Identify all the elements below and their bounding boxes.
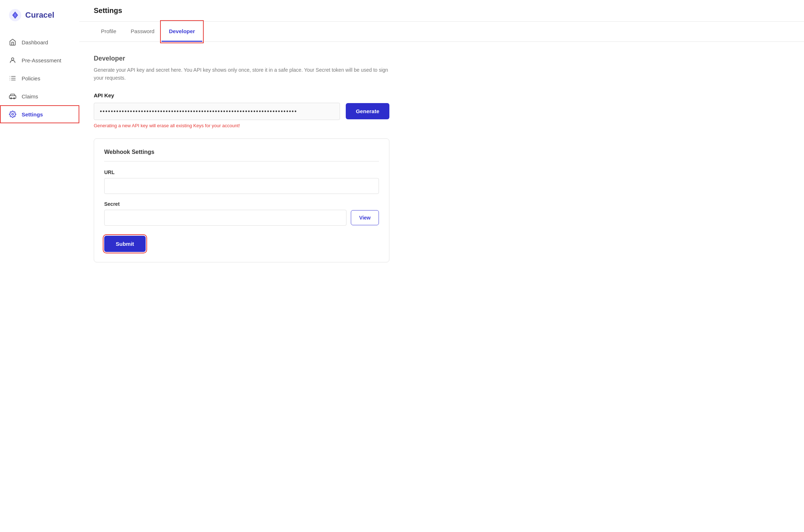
curacel-logo-icon [9,9,22,22]
gear-icon [9,110,17,118]
svg-point-1 [12,58,14,60]
tab-profile[interactable]: Profile [94,22,124,42]
logo: Curacel [0,9,79,33]
developer-desc: Generate your API key and secret here. Y… [94,66,389,82]
secret-field-group: Secret View [104,201,379,226]
secret-input[interactable] [104,210,346,226]
home-icon [9,38,17,46]
user-circle-icon [9,56,17,64]
sidebar-item-policies[interactable]: Policies [0,69,79,87]
url-input[interactable] [104,178,379,194]
secret-row: View [104,210,379,226]
svg-point-11 [12,114,14,115]
secret-label: Secret [104,201,379,207]
api-key-label: API Key [94,92,389,98]
generate-button[interactable]: Generate [346,103,389,119]
sidebar-item-settings[interactable]: Settings [0,105,79,123]
developer-section: Developer Generate your API key and secr… [79,42,404,275]
sidebar-label-pre-assessment: Pre-Assessment [22,57,61,63]
webhook-settings-box: Webhook Settings URL Secret View Submit [94,138,389,262]
url-field-group: URL [104,169,379,194]
list-icon [9,74,17,82]
webhook-title: Webhook Settings [104,149,379,161]
submit-button[interactable]: Submit [104,236,146,252]
api-key-input[interactable] [94,103,340,120]
sidebar-item-claims[interactable]: Claims [0,87,79,105]
tab-password[interactable]: Password [124,22,162,42]
sidebar-label-claims: Claims [22,93,38,99]
api-key-warning: Generating a new API key will erase all … [94,123,389,128]
topbar: Settings [79,0,804,22]
view-button[interactable]: View [351,210,379,225]
tab-developer[interactable]: Developer [162,22,202,42]
page-title: Settings [94,6,122,14]
sidebar: Curacel Dashboard Pre-Assessment [0,0,79,532]
main-area: Settings Profile Password Developer Deve… [79,0,804,532]
car-icon [9,92,17,100]
url-label: URL [104,169,379,175]
api-key-row: Generate [94,103,389,120]
tabs-container: Profile Password Developer [79,22,804,42]
logo-text: Curacel [25,10,54,20]
settings-panel: Profile Password Developer Developer Gen… [79,22,804,532]
sidebar-label-settings: Settings [22,111,43,118]
sidebar-label-dashboard: Dashboard [22,39,48,45]
sidebar-item-pre-assessment[interactable]: Pre-Assessment [0,51,79,69]
developer-title: Developer [94,55,389,62]
svg-rect-8 [9,96,16,98]
sidebar-item-dashboard[interactable]: Dashboard [0,33,79,51]
sidebar-label-policies: Policies [22,75,40,81]
